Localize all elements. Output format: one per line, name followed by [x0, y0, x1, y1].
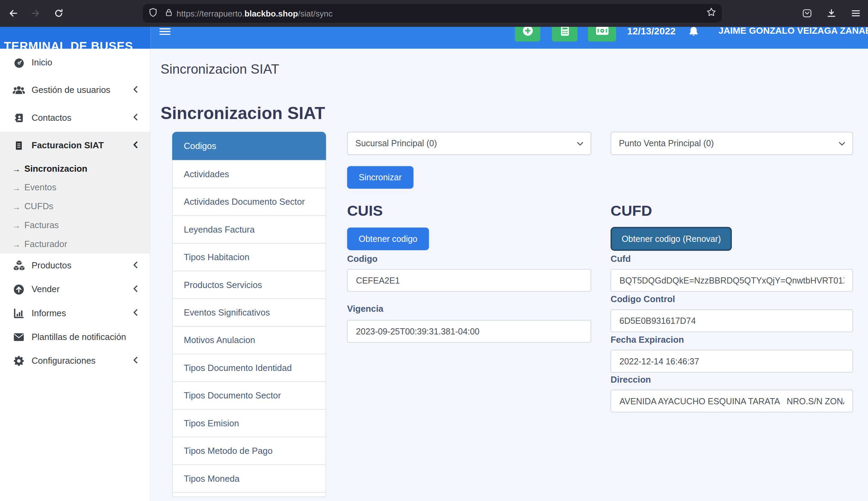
current-date: 12/13/2022 [627, 25, 676, 37]
browser-toolbar: https://terrapuerto.blackbo.shop/siat/sy… [0, 0, 868, 26]
page-title: Sincronizacion SIAT [160, 61, 279, 77]
tachometer-icon [12, 57, 25, 68]
fecha-expiracion-input[interactable] [611, 350, 853, 373]
codigo-input[interactable] [347, 269, 591, 292]
lock-icon[interactable] [165, 8, 173, 19]
forward-arrow-icon[interactable] [27, 4, 44, 22]
screen: https://terrapuerto.blackbo.shop/siat/sy… [0, 0, 868, 501]
main-content: Sincronizacion SIAT Sincronizacion SIAT … [150, 49, 868, 501]
codigo-control-input[interactable] [611, 309, 853, 332]
obtener-codigo-button[interactable]: Obtener codigo [347, 227, 429, 250]
bar-chart-icon [12, 308, 25, 319]
tab-list: Codigos Actividades Actividades Document… [172, 132, 326, 497]
cuis-column: Sucursal Principal (0) Sincronizar CUIS … [347, 132, 591, 343]
sidebar-item-label: Informes [32, 308, 66, 318]
arrow-right-icon: → [12, 202, 20, 211]
shield-icon[interactable] [148, 8, 158, 19]
direccion-input[interactable] [611, 390, 853, 413]
cuis-heading: CUIS [347, 202, 591, 220]
arrow-right-icon: → [12, 183, 20, 192]
sidebar-item-label: Vender [32, 284, 60, 294]
tab-tipos-documento-identidad[interactable]: Tipos Documento Identidad [172, 354, 326, 382]
circle-up-arrow-icon [12, 284, 25, 295]
punto-venta-select[interactable]: Punto Venta Principal (0) [611, 132, 853, 155]
sidebar-item-label: Gestión de usuarios [32, 85, 110, 95]
cufd-input[interactable] [611, 269, 853, 292]
sidebar-subitem-sincronizacion[interactable]: → Sincronizacion [0, 159, 150, 178]
tab-productos-servicios[interactable]: Productos Servicios [172, 271, 326, 299]
menu-icon[interactable] [847, 4, 865, 22]
sidebar-item-productos[interactable]: Productos [0, 254, 150, 277]
receipt-icon [12, 140, 25, 151]
cufd-column: Punto Venta Principal (0) CUFD Obtener c… [611, 132, 853, 413]
user-menu[interactable]: JAIME GONZALO VEIZAGA ZANABRIA [719, 25, 868, 36]
sidebar-item-label: Configuraciones [32, 356, 96, 366]
sidebar-item-gestion-de-usuarios[interactable]: Gestión de usuarios [0, 76, 150, 104]
tab-actividades[interactable]: Actividades [172, 160, 326, 188]
tab-codigos[interactable]: Codigos [172, 132, 326, 161]
bookmark-star-icon[interactable] [706, 7, 716, 19]
plus-circle-icon [522, 25, 533, 39]
calculator-icon [560, 25, 569, 39]
sidebar-subitem-label: Eventos [24, 183, 56, 193]
tab-tipos-moneda[interactable]: Tipos Moneda [172, 465, 326, 493]
envelope-icon [12, 332, 25, 341]
cufd-label: Cufd [611, 254, 853, 264]
tab-leyendas-factura[interactable]: Leyendas Factura [172, 215, 326, 244]
codigo-label: Codigo [347, 254, 591, 264]
reload-icon[interactable] [50, 4, 67, 22]
chevron-left-icon [133, 85, 138, 95]
chevron-left-icon [133, 113, 138, 123]
sidebar-toggle-icon[interactable] [159, 26, 170, 36]
tab-tipos-habitacion[interactable]: Tipos Habitacion [172, 243, 326, 271]
chevron-down-icon [839, 138, 845, 148]
tab-actividades-documento-sector[interactable]: Actividades Documento Sector [172, 188, 326, 216]
notifications-bell-icon[interactable] [688, 26, 699, 40]
sidebar-subitem-facturas[interactable]: → Facturas [0, 216, 150, 235]
obtener-codigo-renovar-button[interactable]: Obtener codigo (Renovar) [611, 227, 732, 251]
sidebar-subitem-label: Facturas [24, 220, 59, 230]
sidebar-item-label: Productos [32, 260, 72, 270]
tab-tipos-metodo-de-pago[interactable]: Tipos Metodo de Pago [172, 437, 326, 465]
sidebar-item-label: Facturacion SIAT [32, 141, 104, 151]
direccion-label: Direccion [611, 375, 853, 385]
sidebar-subitem-label: Sincronizacion [24, 164, 87, 174]
tab-tipos-emision[interactable]: Tipos Emision [172, 409, 326, 437]
back-arrow-icon[interactable] [4, 4, 22, 22]
sidebar-item-contactos[interactable]: Contactos [0, 104, 150, 131]
pocket-icon[interactable] [798, 4, 816, 22]
arrow-right-icon: → [12, 221, 20, 230]
sincronizar-button[interactable]: Sincronizar [347, 166, 413, 189]
sidebar-item-vender[interactable]: Vender [0, 277, 150, 301]
sidebar-item-informes[interactable]: Informes [0, 301, 150, 325]
brand-title: TERMINAL DE BUSES [4, 40, 133, 49]
cubes-icon [12, 260, 25, 271]
sidebar-item-facturacion-siat[interactable]: Facturacion SIAT [0, 132, 150, 159]
gear-icon [12, 355, 25, 366]
url-bar[interactable]: https://terrapuerto.blackbo.shop/siat/sy… [143, 4, 722, 23]
chevron-left-icon [133, 308, 138, 318]
address-book-icon [12, 113, 25, 124]
vigencia-input[interactable] [347, 320, 591, 343]
sidebar-subitem-facturador[interactable]: → Facturador [0, 235, 150, 254]
sidebar-item-plantillas-de-notificacion[interactable]: Plantillas de notificación [0, 325, 150, 349]
sidebar-item-label: Inicio [32, 57, 52, 67]
sidebar-subitem-eventos[interactable]: → Eventos [0, 178, 150, 197]
chevron-left-icon [133, 141, 138, 151]
tab-eventos-significativos[interactable]: Eventos Significativos [172, 298, 326, 327]
vigencia-label: Vigencia [347, 304, 591, 314]
download-icon[interactable] [823, 4, 840, 22]
chevron-left-icon [133, 284, 138, 294]
sidebar-item-inicio[interactable]: Inicio [0, 49, 150, 76]
arrow-right-icon: → [12, 239, 20, 249]
arrow-right-icon: → [12, 164, 20, 173]
sidebar-item-configuraciones[interactable]: Configuraciones [0, 349, 150, 373]
sucursal-select[interactable]: Sucursal Principal (0) [347, 132, 591, 155]
sidebar-subitem-cufds[interactable]: → CUFDs [0, 197, 150, 216]
sidebar-subitem-label: CUFDs [24, 202, 53, 212]
tab-motivos-anulacion[interactable]: Motivos Anulacion [172, 326, 326, 354]
page-heading: Sincronizacion SIAT [160, 103, 325, 125]
tab-tipos-documento-sector[interactable]: Tipos Documento Sector [172, 381, 326, 409]
sidebar: Inicio Gestión de usuarios Contactos [0, 49, 150, 501]
tab-partial[interactable] [172, 492, 326, 497]
